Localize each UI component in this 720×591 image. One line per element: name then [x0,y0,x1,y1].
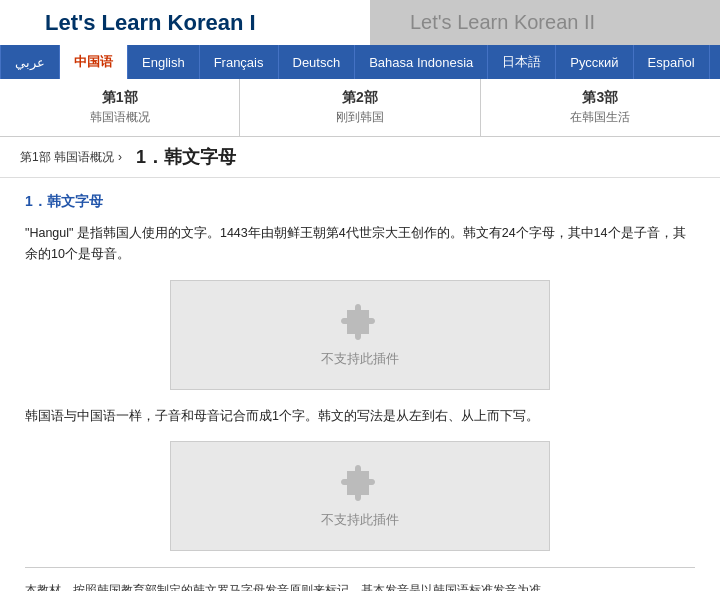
tab-title-3: 第3部 [486,89,715,107]
nav-item-TiếngViệt[interactable]: Tiếng Việt [710,45,720,79]
breadcrumb-part: 第1部 韩国语概况 [20,149,114,166]
header-title-2: Let's Learn Korean II [370,0,720,45]
main-content: 1．韩文字母 "Hangul" 是指韩国人使用的文字。1443年由朝鲜王朝第4代… [0,178,720,591]
nav-item-日本語[interactable]: 日本語 [488,45,556,79]
nav-item-عربي[interactable]: عربي [0,45,60,79]
nav-item-Deutsch[interactable]: Deutsch [279,45,356,79]
nav-item-Русский[interactable]: Русский [556,45,633,79]
puzzle-icon-1 [337,302,383,342]
puzzle-icon-2 [337,463,383,503]
page-title: 1．韩文字母 [136,145,236,169]
site-title-2: Let's Learn Korean II [410,11,595,34]
nav-item-BahasaIndonesia[interactable]: Bahasa Indonesia [355,45,488,79]
breadcrumb: 第1部 韩国语概况 › 1．韩文字母 [0,137,720,178]
plugin-label-2: 不支持此插件 [321,511,399,529]
section-tab-1[interactable]: 第1部韩国语概况 [0,79,240,136]
plugin-label-1: 不支持此插件 [321,350,399,368]
tab-sub-2: 刚到韩国 [245,109,474,126]
tab-title-2: 第2部 [245,89,474,107]
section-tab-2[interactable]: 第2部刚到韩国 [240,79,480,136]
nav-item-Español[interactable]: Español [634,45,710,79]
tab-sub-3: 在韩国生活 [486,109,715,126]
paragraph-1: "Hangul" 是指韩国人使用的文字。1443年由朝鲜王朝第4代世宗大王创作的… [25,223,695,266]
section-tabs: 第1部韩国语概况第2部刚到韩国第3部在韩国生活 [0,79,720,137]
tab-title-1: 第1部 [5,89,234,107]
site-title-1: Let's Learn Korean I [45,10,256,36]
section-tab-3[interactable]: 第3部在韩国生活 [481,79,720,136]
paragraph-2: 韩国语与中国语一样，子音和母音记合而成1个字。韩文的写法是从左到右、从上而下写。 [25,406,695,427]
plugin-placeholder-2: 不支持此插件 [170,441,550,551]
breadcrumb-arrow: › [118,150,122,164]
header-title-1: Let's Learn Korean I [0,0,370,45]
header: Let's Learn Korean I Let's Learn Korean … [0,0,720,45]
nav-item-English[interactable]: English [128,45,200,79]
language-navbar: عربي中国语EnglishFrançaisDeutschBahasa Indo… [0,45,720,79]
section-heading: 1．韩文字母 [25,193,695,211]
plugin-placeholder-1: 不支持此插件 [170,280,550,390]
footer-note: 本教材，按照韩国教育部制定的韩文罗马字母发音原则来标记。基本发音是以韩国语标准发… [25,567,695,591]
nav-item-Français[interactable]: Français [200,45,279,79]
nav-item-中国语[interactable]: 中国语 [60,45,128,79]
tab-sub-1: 韩国语概况 [5,109,234,126]
